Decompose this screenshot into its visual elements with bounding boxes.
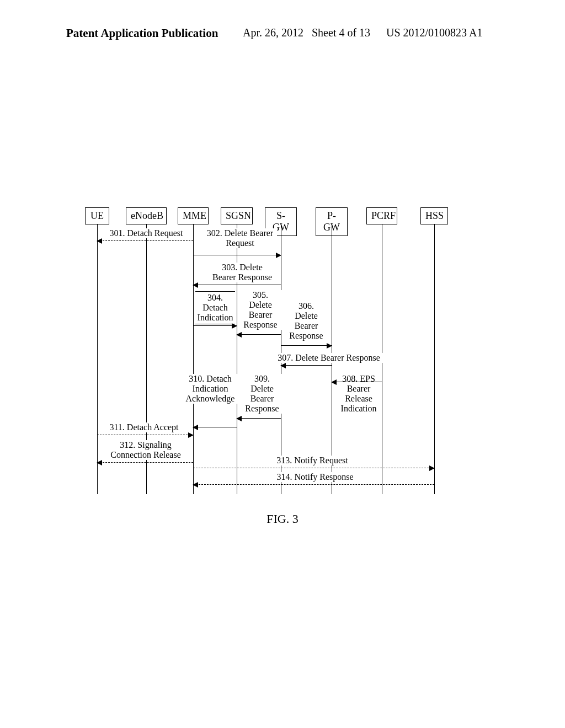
label-301: 301. Detach Request — [104, 228, 189, 238]
label-305: 305. Delete Bearer Response — [239, 290, 281, 330]
header-right: US 2012/0100823 A1 — [386, 26, 482, 39]
arrow-306 — [281, 345, 332, 346]
arrow-303 — [193, 285, 281, 285]
arrow-301 — [97, 240, 193, 241]
label-312: 312. Signaling Connection Release — [100, 440, 191, 460]
label-310: 310. Detach Indication Acknowledge — [180, 374, 241, 404]
label-309: 309. Delete Bearer Response — [241, 374, 283, 414]
label-306: 306. Delete Bearer Response — [284, 301, 329, 341]
label-303: 303. Delete Bearer Response — [205, 263, 279, 282]
arrow-302 — [193, 255, 281, 255]
lifeline-ue — [97, 224, 98, 494]
arrow-307 — [281, 365, 332, 366]
node-ue: UE — [85, 207, 109, 224]
arrow-312 — [97, 462, 193, 463]
label-302: 302. Delete Bearer Request — [203, 228, 277, 248]
arrow-313 — [193, 468, 434, 468]
arrow-308 — [332, 382, 382, 382]
arrow-314 — [193, 484, 434, 485]
label-304: 304. Detach Indication — [195, 291, 235, 324]
label-314: 314. Notify Response — [262, 472, 369, 482]
header-mid: Apr. 26, 2012 Sheet 4 of 13 — [243, 26, 370, 39]
arrow-309 — [237, 418, 281, 419]
node-mme: MME — [178, 207, 209, 224]
header-left: Patent Application Publication — [66, 26, 218, 40]
node-hss: HSS — [420, 207, 448, 224]
arrow-311 — [97, 435, 193, 435]
arrow-304 — [193, 325, 237, 326]
node-sgsn: SGSN — [221, 207, 253, 224]
lifeline-hss — [434, 224, 435, 494]
node-enodeb: eNodeB — [126, 207, 167, 224]
label-313: 313. Notify Request — [262, 456, 363, 465]
lifeline-mme — [193, 224, 194, 494]
arrow-310 — [193, 427, 237, 427]
label-307: 307. Delete Bearer Response — [267, 353, 391, 363]
arrow-305 — [237, 334, 281, 335]
node-pcrf: PCRF — [366, 207, 397, 224]
label-308: 308. EPS Bearer Release Indication — [335, 374, 382, 414]
figure-caption: FIG. 3 — [0, 512, 565, 526]
label-311: 311. Detach Accept — [102, 422, 186, 432]
sequence-diagram: UE eNodeB MME SGSN S-GW P-GW PCRF HSS 30… — [85, 207, 482, 500]
